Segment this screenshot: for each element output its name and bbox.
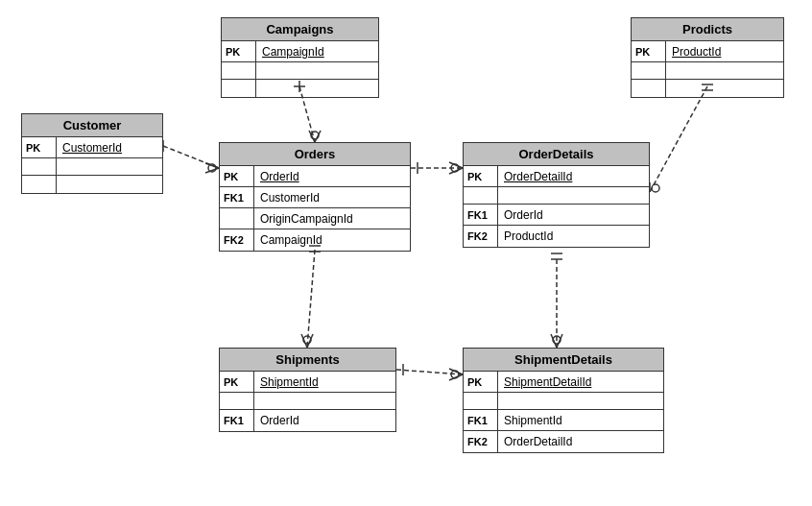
orderdetails-shipmentdetails-line [551, 253, 562, 348]
svg-point-13 [451, 164, 459, 172]
shipmentdetails-row-3: FK1 ShipmentId [464, 410, 663, 431]
orderdetails-productid: ProductId [498, 226, 559, 247]
shipments-title: Shipments [220, 349, 395, 372]
prodicts-row-1: PK ProductId [632, 41, 783, 62]
orderdetails-orderid: OrderId [498, 205, 549, 225]
prodicts-title: Prodicts [632, 18, 783, 41]
prodicts-row-2 [632, 62, 783, 80]
orders-customerid: CustomerId [254, 187, 325, 207]
campaigns-table: Campaigns PK CampaignId [221, 17, 379, 98]
shipments-orderid: OrderId [254, 410, 305, 431]
shipments-shipmentid: ShipmentId [254, 372, 324, 392]
shipmentdetails-table: ShipmentDetails PK ShipmentDetailId FK1 … [463, 348, 664, 453]
prodicts-table: Prodicts PK ProductId [631, 17, 784, 98]
orderdetails-row-3: FK1 OrderId [464, 205, 649, 226]
customer-row-3 [22, 176, 162, 193]
campaigns-row-1: PK CampaignId [222, 41, 378, 62]
svg-line-9 [309, 131, 315, 142]
campaigns-row-2 [222, 62, 378, 80]
orders-campaignid: CampaignId [254, 229, 328, 251]
customer-row-2 [22, 158, 162, 176]
orderdetails-table: OrderDetails PK OrderDetailId FK1 OrderI… [463, 142, 650, 248]
svg-line-26 [307, 334, 313, 348]
svg-line-33 [396, 370, 463, 374]
svg-line-15 [449, 168, 463, 174]
svg-point-24 [303, 336, 311, 344]
orders-row-2: FK1 CustomerId [220, 187, 410, 208]
svg-line-37 [449, 374, 463, 380]
orders-row-4: FK2 CampaignId [220, 229, 410, 251]
svg-point-35 [451, 371, 459, 378]
orders-shipments-line [301, 246, 321, 348]
svg-line-10 [315, 131, 321, 142]
customer-orders-line [163, 140, 219, 173]
svg-line-4 [205, 168, 219, 173]
svg-point-2 [208, 164, 216, 172]
customer-row-1: PK CustomerId [22, 137, 162, 158]
shipments-table: Shipments PK ShipmentId FK1 OrderId [219, 348, 396, 432]
shipments-row-2 [220, 393, 395, 410]
shipmentdetails-row-4: FK2 OrderDetailId [464, 431, 663, 452]
prodicts-orderdetails-line [650, 84, 713, 192]
orderdetails-id: OrderDetailId [498, 166, 578, 186]
prodicts-productid: ProductId [666, 41, 727, 61]
orders-row-3: OriginCampaignId [220, 208, 410, 229]
svg-line-14 [449, 162, 463, 168]
orders-origincampaignid: OriginCampaignId [254, 208, 359, 229]
svg-point-30 [553, 336, 561, 344]
orders-orderdetails-line [411, 162, 463, 174]
shipmentdetails-orderdetailid: OrderDetailId [498, 431, 578, 452]
orders-orderid: OrderId [254, 166, 305, 186]
svg-line-25 [301, 334, 307, 348]
campaigns-row-3 [222, 80, 378, 97]
svg-line-31 [551, 334, 557, 348]
customer-table: Customer PK CustomerId [21, 113, 163, 194]
shipmentdetails-id: ShipmentDetailId [498, 372, 597, 392]
orderdetails-title: OrderDetails [464, 143, 649, 166]
shipmentdetails-title: ShipmentDetails [464, 349, 663, 372]
orders-title: Orders [220, 143, 410, 166]
svg-line-3 [205, 163, 219, 168]
shipments-row-3: FK1 OrderId [220, 410, 395, 431]
customer-title: Customer [22, 114, 162, 137]
shipments-shipmentdetails-line [396, 364, 463, 380]
svg-point-19 [652, 184, 659, 192]
orderdetails-row-1: PK OrderDetailId [464, 166, 649, 187]
customer-customerid: CustomerId [57, 137, 128, 157]
shipments-row-1: PK ShipmentId [220, 372, 395, 393]
shipmentdetails-row-1: PK ShipmentDetailId [464, 372, 663, 393]
svg-point-8 [311, 132, 319, 139]
campaigns-campaignid: CampaignId [256, 41, 330, 61]
customer-pk: PK [22, 137, 57, 157]
svg-line-0 [163, 146, 219, 168]
svg-line-16 [650, 86, 707, 192]
shipmentdetails-shipmentid: ShipmentId [498, 410, 568, 430]
svg-line-21 [307, 250, 315, 348]
prodicts-row-3 [632, 80, 783, 97]
svg-line-32 [557, 334, 562, 348]
campaigns-title: Campaigns [222, 18, 378, 41]
orderdetails-row-4: FK2 ProductId [464, 226, 649, 247]
orders-table: Orders PK OrderId FK1 CustomerId OriginC… [219, 142, 411, 252]
orderdetails-row-2 [464, 187, 649, 205]
svg-line-36 [449, 369, 463, 374]
orders-row-1: PK OrderId [220, 166, 410, 187]
shipmentdetails-row-2 [464, 393, 663, 410]
er-diagram: Customer PK CustomerId Campaigns PK Camp… [0, 0, 812, 506]
